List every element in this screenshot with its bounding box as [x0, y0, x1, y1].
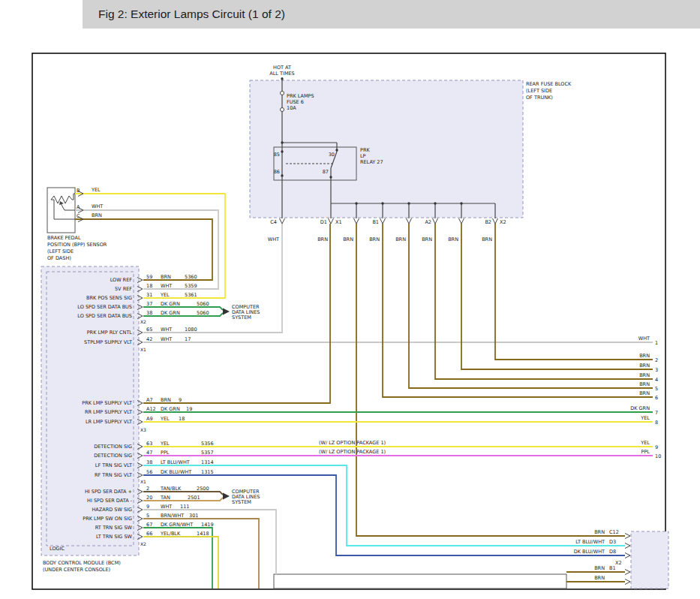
bcm-r8-circuit: 19: [186, 406, 192, 412]
bcm-r12-circuit: 1314: [201, 459, 214, 465]
bcm-conn-1: X1: [140, 347, 146, 352]
bcm-conn-0: X2: [140, 319, 146, 324]
edge-c-8: YEL: [640, 415, 650, 421]
bcm-r5-circuit: 1080: [185, 327, 197, 333]
bcm-r1-circuit: 5359: [185, 283, 197, 289]
bcm-r9-color: YEL: [160, 416, 170, 422]
bcm-r13-color: DK BLU/WHT: [161, 469, 191, 475]
bcm-r19-circuit: 1418: [197, 531, 209, 537]
relay-87-dot: [329, 176, 332, 178]
bcm-r12-color: LT BLU/WHT: [161, 459, 190, 465]
hot-at-label: HOT AT: [273, 65, 291, 71]
bcm-r9-circuit: 18: [179, 416, 185, 422]
fb-wire-4: BRN: [395, 236, 406, 242]
sensor-term-b: B: [77, 188, 80, 194]
wiring-diagram: HOT AT ALL TIMES PRK LAMPS FUSE 6 10A 85…: [0, 0, 700, 599]
relay-term-30: 30: [329, 152, 335, 158]
bcm-r9-signal: LR LMP SUPPLY VLT: [86, 419, 132, 425]
fuse-label-1: PRK LAMPS: [287, 93, 314, 99]
edge-c-2: BRN: [639, 353, 650, 359]
edge-n-1: 1: [655, 340, 658, 346]
bcm-r16-circuit: 111: [180, 504, 189, 510]
fb-wire-6: BRN: [448, 236, 458, 242]
relay-name-2: LP: [360, 153, 366, 159]
bcm-r7-signal: PRK LMP SUPPLY VLT: [82, 400, 132, 406]
edge-n-3: 3: [655, 367, 658, 373]
edge-c-7: DK GRN: [630, 405, 650, 411]
right-module-box: [631, 531, 668, 588]
fb-pin-c4: C4: [270, 219, 277, 225]
bus-dot-3: [407, 202, 410, 204]
bcm-r4-circuit: 5060: [197, 310, 209, 316]
br-r3-color: BRN: [594, 565, 605, 571]
br-r0-color: BRN: [594, 529, 605, 535]
bcm-r2-signal: BRK POS SENS SIG: [86, 295, 132, 301]
edge-n-2: 2: [655, 357, 658, 363]
bcm-r12-signal: LF TRN SIG VLT: [95, 462, 132, 468]
bcm-r14-color: TAN/BLK: [160, 486, 182, 492]
power-feed-dot: [281, 77, 283, 80]
bcm-r7-pin: A7: [146, 397, 153, 403]
fb-pin-d1: D1: [320, 219, 327, 225]
bcm-r17-color: BRN/WHT: [161, 513, 184, 519]
bcm-r11-pin: 47: [146, 450, 152, 456]
relay-term-85: 85: [274, 152, 280, 158]
fb-wire-1: BRN: [317, 236, 328, 242]
edge-n-5: 5: [655, 386, 658, 392]
sensor-term-a: A: [77, 204, 80, 210]
fuse-block-name-1: REAR FUSE BLOCK: [526, 81, 572, 87]
bcm-r14-signal: HI SPD SER DATA +: [85, 489, 132, 495]
sensor-term-c: C: [77, 213, 80, 219]
bcm-r14-circuit: 2500: [197, 486, 209, 492]
bcm-r0-circuit: 5360: [185, 274, 197, 280]
bcm-r6-color: WHT: [161, 336, 172, 342]
bcm-r4-color: DK GRN: [161, 310, 180, 316]
fb-wire-3: BRN: [369, 236, 380, 242]
bcm-r1-signal: 5V REF: [115, 286, 132, 292]
bcm-r12-pin: 38: [146, 459, 152, 465]
br-r2-color: DK BLU/WHT: [574, 549, 605, 555]
bcm-r8-color: DK GRN: [161, 406, 180, 412]
bcm-r10-pin: 63: [146, 441, 152, 447]
bcm-r4-signal: LO SPD SER DATA BUS: [77, 313, 132, 319]
bcm-r17-signal: PRK LMP SW ON SIG: [83, 516, 132, 522]
bcm-r16-signal: HAZARD SW SIG: [92, 507, 132, 513]
bcm-r6-signal: STPLMP SUPPLY VLT: [84, 339, 132, 345]
bottom-module-box: [274, 574, 566, 588]
sensor-name-3: (LEFT SIDE: [47, 248, 74, 254]
sensor-wire-wht: WHT: [92, 203, 103, 209]
fb-wire-0: WHT: [268, 236, 279, 242]
bcm-r10-circuit: 5356: [201, 441, 214, 447]
bcm-r10-color: YEL: [160, 441, 170, 447]
fb-pin-a2: A2: [425, 219, 431, 225]
bcm-r7-color: BRN: [161, 397, 171, 403]
br-connector: X2: [615, 560, 622, 566]
fuse-block-name-2: (LEFT SIDE: [526, 88, 552, 94]
bcm-conn-3: X1: [140, 479, 146, 484]
fuse-block-name-3: OF TRUNK): [526, 95, 553, 101]
br-r2-pin: D8: [609, 549, 616, 555]
bcm-r0-color: BRN: [161, 274, 171, 280]
edge-c-9: YEL: [640, 440, 650, 446]
bcm-r13-pin: 56: [146, 469, 152, 475]
bcm-conn-4: X2: [140, 541, 146, 546]
relay-term-87: 87: [323, 169, 329, 175]
bcm-r1-color: WHT: [161, 283, 172, 289]
bcm-r10-note: (W/ LZ OPTION PACKAGE 1): [319, 440, 386, 446]
bus-dot-1: [355, 202, 357, 204]
edge-n-7: 7: [655, 410, 658, 416]
bcm-r18-pin: 67: [146, 522, 152, 528]
fb-pin-b1: B1: [372, 219, 379, 225]
bcm-r5-color: WHT: [161, 327, 172, 333]
bcm-r15-color: TAN: [160, 495, 170, 501]
relay-name-1: PRK: [360, 147, 370, 153]
bcm-r2-circuit: 5361: [185, 292, 197, 298]
bcm-r6-circuit: 17: [185, 336, 191, 342]
branch-dot: [281, 141, 283, 143]
bcm-r18-circuit: 1419: [201, 522, 214, 528]
data-lines-2c: SYSTEM: [232, 499, 251, 505]
bcm-r19-color: YEL/BLK: [160, 531, 181, 537]
bcm-r11-color: PPL: [161, 450, 170, 456]
bcm-r14-pin: 2: [146, 486, 149, 492]
br-r1-pin: D3: [609, 539, 616, 545]
